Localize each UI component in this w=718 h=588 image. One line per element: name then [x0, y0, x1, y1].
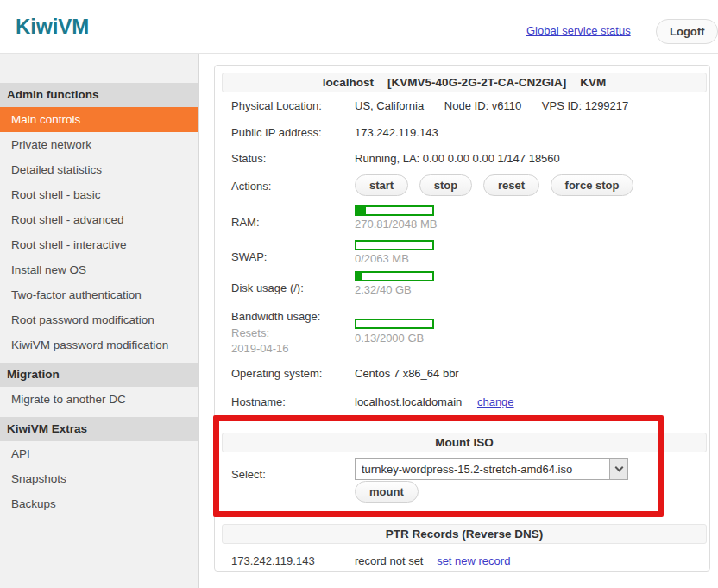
bandwidth-usage-text: 0.13/2000 GB — [355, 332, 424, 345]
top-header: KiwiVM Global service status Logoff — [0, 0, 718, 54]
stop-button[interactable]: stop — [419, 174, 472, 196]
sidebar-header-migration: Migration — [0, 363, 198, 387]
ram-meter-fill — [356, 207, 366, 214]
ptr-ip: 173.242.119.143 — [231, 554, 315, 567]
hostname-change-link[interactable]: change — [477, 395, 514, 408]
global-service-status-link[interactable]: Global service status — [526, 24, 631, 37]
swap-meter-bar — [355, 240, 434, 250]
status-label: Status: — [231, 152, 266, 165]
vm-virtualization: KVM — [580, 76, 606, 89]
vm-title-bar: localhost[KVMV5-40G-2G-2T-CA-CN2GIA]KVM — [222, 73, 707, 92]
ram-label: RAM: — [231, 216, 260, 229]
sidebar-item-api[interactable]: API — [0, 441, 198, 466]
sidebar-item-backups[interactable]: Backups — [0, 491, 198, 516]
sidebar-header-kiwivm-extras: KiwiVM Extras — [0, 417, 198, 441]
start-button[interactable]: start — [355, 174, 408, 196]
physical-location-value: US, California Node ID: v6110 VPS ID: 12… — [355, 99, 628, 112]
logoff-button[interactable]: Logoff — [656, 19, 718, 44]
sidebar-spacer — [0, 54, 198, 78]
bandwidth-resets-date: 2019-04-16 — [231, 342, 289, 355]
sidebar-nav: Admin functions Main controls Private ne… — [0, 54, 199, 588]
disk-usage-text: 2.32/40 GB — [355, 283, 412, 296]
vm-hostname: localhost — [323, 76, 374, 89]
sidebar-item-private-network[interactable]: Private network — [0, 132, 198, 157]
sidebar-item-root-shell-basic[interactable]: Root shell - basic — [0, 182, 198, 207]
sidebar-header-admin-functions: Admin functions — [0, 83, 198, 107]
chevron-down-icon — [614, 464, 623, 472]
disk-meter-bar — [355, 271, 434, 281]
public-ip-label: Public IP address: — [231, 126, 322, 139]
kiwivm-logo: KiwiVM — [16, 15, 89, 39]
sidebar-item-root-password-modification[interactable]: Root password modification — [0, 307, 198, 332]
vps-id: VPS ID: 1299217 — [542, 99, 628, 112]
sidebar-item-main-controls[interactable]: Main controls — [0, 107, 198, 132]
bandwidth-label: Bandwidth usage: — [231, 310, 320, 323]
ptr-record-status: record not set — [355, 554, 424, 567]
iso-select-dropdown[interactable]: turnkey-wordpress-15.2-stretch-amd64.iso — [355, 458, 628, 480]
sidebar-item-root-shell-advanced[interactable]: Root shell - advanced — [0, 207, 198, 232]
mount-iso-header: Mount ISO — [222, 433, 707, 452]
actions-label: Actions: — [231, 180, 271, 193]
swap-label: SWAP: — [231, 250, 267, 263]
mount-button-wrap: mount — [355, 481, 426, 503]
bandwidth-resets-label: Resets: — [231, 326, 269, 339]
status-value: Running, LA: 0.00 0.00 0.00 1/147 18560 — [355, 152, 560, 165]
kiwivm-app: KiwiVM Global service status Logoff Admi… — [0, 0, 718, 588]
public-ip-value: 173.242.119.143 — [355, 126, 438, 139]
iso-selected-option: turnkey-wordpress-15.2-stretch-amd64.iso — [356, 459, 609, 479]
sidebar-item-root-shell-interactive[interactable]: Root shell - interactive — [0, 232, 198, 257]
actions-buttons: start stop reset force stop — [355, 174, 641, 196]
sidebar-item-migrate-to-another-dc[interactable]: Migrate to another DC — [0, 387, 198, 412]
sidebar-item-two-factor-auth[interactable]: Two-factor authentication — [0, 282, 198, 307]
operating-system-value: Centos 7 x86_64 bbr — [355, 367, 459, 380]
set-new-record-link[interactable]: set new record — [437, 554, 510, 567]
mount-button[interactable]: mount — [355, 481, 419, 503]
physical-location-label: Physical Location: — [231, 99, 322, 112]
main-panel: localhost[KVMV5-40G-2G-2T-CA-CN2GIA]KVM … — [214, 65, 710, 572]
iso-select-label: Select: — [231, 468, 266, 481]
disk-meter-fill — [356, 273, 362, 280]
location-text: US, California — [355, 99, 424, 112]
bandwidth-meter-bar — [355, 319, 434, 329]
swap-usage-text: 0/2063 MB — [355, 252, 409, 265]
iso-select-arrow-button[interactable] — [609, 459, 627, 479]
ram-usage-text: 270.81/2048 MB — [355, 218, 437, 231]
sidebar-item-kiwivm-password-modification[interactable]: KiwiVM password modification — [0, 332, 198, 357]
ptr-record-row: record not set set new record — [355, 554, 510, 567]
ram-meter-bar — [355, 205, 434, 216]
ptr-records-header: PTR Records (Reverse DNS) — [222, 524, 707, 544]
operating-system-label: Operating system: — [231, 367, 323, 380]
reset-button[interactable]: reset — [483, 174, 539, 196]
sidebar-item-detailed-statistics[interactable]: Detailed statistics — [0, 157, 198, 182]
hostname-label: Hostname: — [231, 395, 286, 408]
hostname-value: localhost.localdomain change — [355, 395, 514, 408]
sidebar-item-snapshots[interactable]: Snapshots — [0, 466, 198, 491]
hostname-text: localhost.localdomain — [355, 395, 462, 408]
force-stop-button[interactable]: force stop — [551, 174, 634, 196]
sidebar-item-install-new-os[interactable]: Install new OS — [0, 257, 198, 282]
disk-usage-label: Disk usage (/): — [231, 281, 304, 294]
node-id: Node ID: v6110 — [444, 99, 521, 112]
vm-plan: [KVMV5-40G-2G-2T-CA-CN2GIA] — [387, 76, 566, 89]
